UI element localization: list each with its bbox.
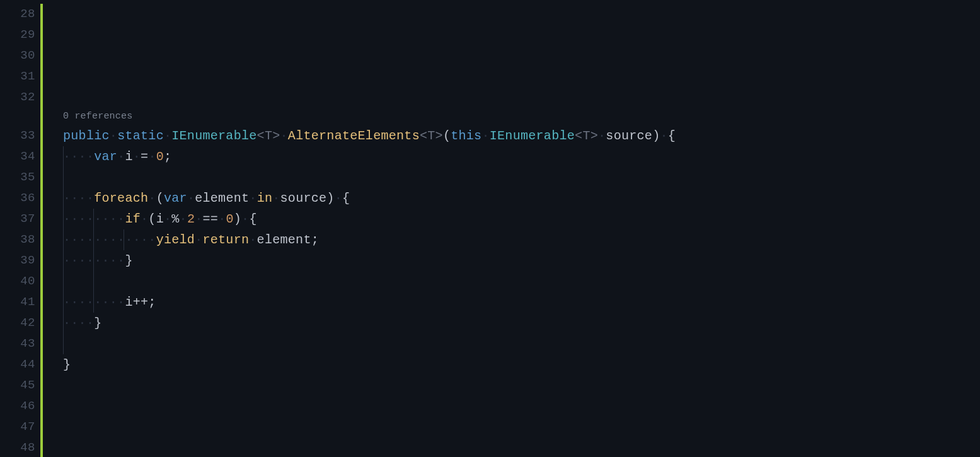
brace-open: {: [249, 212, 257, 226]
var-i: i: [125, 295, 132, 309]
semicolon: ;: [164, 149, 171, 164]
code-line[interactable]: ········i++;: [43, 292, 980, 313]
generic-close: >: [272, 129, 280, 143]
line-number: 46: [0, 396, 40, 417]
number-literal: 0: [226, 212, 233, 226]
code-line[interactable]: ········if·(i·%·2·==·0)·{: [43, 209, 980, 229]
code-line[interactable]: [43, 417, 980, 437]
line-number: 43: [0, 333, 40, 354]
line-number: 38: [0, 229, 40, 250]
method-name: AlternateElements: [288, 129, 420, 143]
line-number: 29: [0, 25, 40, 45]
code-line[interactable]: [43, 66, 980, 87]
code-line[interactable]: [43, 45, 980, 66]
line-number: 48: [0, 437, 40, 457]
code-content[interactable]: 0 references public·static·IEnumerable<T…: [43, 0, 980, 457]
line-number: 44: [0, 354, 40, 375]
line-number: 31: [0, 66, 40, 87]
brace-close: }: [125, 253, 132, 268]
keyword-yield: yield: [156, 233, 195, 247]
var-i: i: [156, 212, 164, 226]
number-literal: 2: [187, 212, 195, 226]
keyword-if: if: [125, 212, 141, 226]
code-line[interactable]: [43, 375, 980, 396]
line-number: 40: [0, 271, 40, 292]
code-line[interactable]: ········}: [43, 250, 980, 271]
code-line[interactable]: [43, 87, 980, 108]
generic-close: >: [591, 129, 598, 143]
code-line[interactable]: [43, 437, 980, 457]
code-line[interactable]: [43, 25, 980, 45]
var-element: element: [195, 191, 249, 205]
type-ienumerable: IEnumerable: [171, 129, 257, 143]
brace-close: }: [63, 357, 71, 372]
code-line[interactable]: [43, 167, 980, 188]
paren-close: ): [652, 129, 660, 143]
keyword-var: var: [94, 149, 117, 164]
code-line[interactable]: public·static·IEnumerable<T>·AlternateEl…: [43, 125, 980, 146]
line-number: 34: [0, 146, 40, 167]
code-line[interactable]: ····}: [43, 313, 980, 333]
code-line[interactable]: [43, 333, 980, 354]
line-number: 45: [0, 375, 40, 396]
keyword-return: return: [202, 233, 249, 247]
line-number: 35: [0, 167, 40, 188]
param-source: source: [606, 129, 652, 143]
keyword-foreach: foreach: [94, 191, 148, 205]
code-line[interactable]: ····var·i·=·0;: [43, 146, 980, 167]
paren-close: ): [326, 191, 334, 205]
var-element: element: [257, 233, 311, 247]
code-line[interactable]: ····foreach·(var·element·in·source)·{: [43, 188, 980, 209]
codelens-spacer: [0, 108, 40, 125]
keyword-this: this: [451, 129, 481, 143]
line-number: 36: [0, 188, 40, 209]
keyword-static: static: [117, 129, 164, 143]
line-number: 32: [0, 87, 40, 108]
codelens-references[interactable]: 0 references: [43, 108, 980, 125]
keyword-in: in: [257, 191, 273, 205]
paren-open: (: [156, 191, 164, 205]
line-number: 41: [0, 292, 40, 313]
semicolon: ;: [148, 295, 156, 309]
type-ienumerable: IEnumerable: [490, 129, 575, 143]
generic-param: T: [582, 129, 590, 143]
generic-open: <: [420, 129, 427, 143]
line-number: 39: [0, 250, 40, 271]
op-mod: %: [171, 212, 179, 226]
var-i: i: [125, 149, 132, 164]
generic-param: T: [265, 129, 272, 143]
brace-open: {: [668, 129, 676, 143]
keyword-var: var: [164, 191, 187, 205]
brace-close: }: [94, 316, 101, 330]
line-number: 30: [0, 45, 40, 66]
semicolon: ;: [311, 233, 319, 247]
op-eq: ==: [203, 212, 219, 226]
line-number: 28: [0, 4, 40, 25]
op-assign: =: [141, 149, 148, 164]
code-line[interactable]: [43, 4, 980, 25]
brace-open: {: [342, 191, 350, 205]
generic-param: T: [427, 129, 435, 143]
code-line[interactable]: }: [43, 354, 980, 375]
code-editor[interactable]: 28 29 30 31 32 33 34 35 36 37 38 39 40 4…: [0, 0, 980, 457]
op-increment: ++: [133, 295, 149, 309]
generic-close: >: [435, 129, 443, 143]
code-line[interactable]: [43, 396, 980, 417]
var-source: source: [280, 191, 327, 205]
code-line[interactable]: [43, 271, 980, 292]
code-line[interactable]: ············yield·return·element;: [43, 229, 980, 250]
number-literal: 0: [156, 149, 164, 164]
line-number: 37: [0, 209, 40, 229]
line-number: 47: [0, 417, 40, 437]
paren-open: (: [443, 129, 451, 143]
keyword-public: public: [63, 129, 110, 143]
line-number: 42: [0, 313, 40, 333]
paren-close: ): [234, 212, 241, 226]
generic-open: <: [575, 129, 582, 143]
generic-open: <: [257, 129, 265, 143]
line-gutter: 28 29 30 31 32 33 34 35 36 37 38 39 40 4…: [0, 0, 40, 457]
line-number: 33: [0, 125, 40, 146]
paren-open: (: [148, 212, 156, 226]
